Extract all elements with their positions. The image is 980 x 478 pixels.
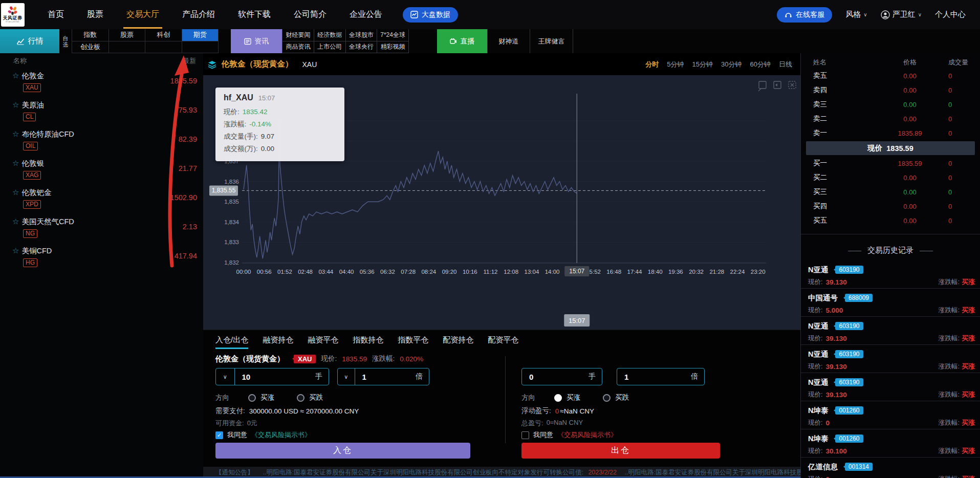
market-tab-股票[interactable]: 股票 (109, 29, 146, 41)
news-tab-上市公司[interactable]: 上市公司 (314, 41, 346, 54)
buy-level-row[interactable]: 买一1835.590 (801, 156, 980, 170)
watchlist-item-XAU[interactable]: ☆伦敦金XAU1835.59 (0, 67, 203, 96)
trade-tab-入仓/出仓[interactable]: 入仓/出仓 (215, 335, 248, 349)
trade-tab-配资平仓[interactable]: 配资平仓 (488, 335, 518, 349)
watchlist-item-CL[interactable]: ☆美原油CL75.93 (0, 96, 203, 125)
qty-dropdown-toggle[interactable]: ∨ (216, 368, 235, 385)
close-leverage-input[interactable] (617, 373, 691, 381)
history-stock-name: N坤泰 (808, 406, 828, 416)
close-risk-link[interactable]: 《交易风险揭示书》 (557, 430, 617, 440)
sell-level-row[interactable]: 卖四0.000 (801, 83, 980, 97)
star-icon[interactable]: ☆ (12, 129, 19, 138)
watchlist-item-NG[interactable]: ☆美国天然气CFDNG2.13 (0, 212, 203, 242)
nav-item-1[interactable]: 股票 (86, 1, 104, 29)
news-tab-经济数据[interactable]: 经济数据 (314, 29, 346, 41)
sell-level-row[interactable]: 卖三0.000 (801, 97, 980, 112)
timeframe-5分钟[interactable]: 5分钟 (667, 60, 684, 69)
trade-tab-配资持仓[interactable]: 配资持仓 (443, 335, 473, 349)
buy-level-row[interactable]: 买二0.000 (801, 170, 980, 185)
close-position-button[interactable]: 出仓 (521, 443, 720, 459)
leverage-dropdown-toggle[interactable]: ∨ (338, 368, 355, 385)
sell-level-row[interactable]: 卖一1835.890 (801, 126, 980, 140)
history-item[interactable]: N亚通603190现价:39.130涨跌幅:买涨 (801, 345, 980, 373)
news-tab-财经要闻[interactable]: 财经要闻 (282, 29, 314, 41)
big-data-button[interactable]: 大盘数据 (403, 7, 458, 23)
open-buy-up-radio[interactable] (248, 394, 256, 402)
buy-level-row[interactable]: 买五0.000 (801, 213, 980, 228)
timeframe-日线[interactable]: 日线 (779, 60, 792, 69)
market-tab-创业板[interactable]: 创业板 (72, 41, 109, 54)
open-agree-checkbox[interactable]: ✓ (215, 431, 223, 439)
watchlist-item-HG[interactable]: ☆美铜CFDHG417.94 (0, 242, 203, 271)
nav-item-4[interactable]: 软件下载 (237, 1, 272, 29)
level-price: 0.00 (872, 217, 948, 225)
timeframe-分时[interactable]: 分时 (645, 60, 659, 69)
sell-level-row[interactable]: 卖二0.000 (801, 112, 980, 126)
star-icon[interactable]: ☆ (12, 217, 19, 226)
open-buy-down-radio[interactable] (297, 394, 304, 402)
history-item[interactable]: N亚通603190现价:39.130涨跌幅:买涨 (801, 317, 980, 345)
brand-logo[interactable]: 天风证券 TF SECURITIES (0, 0, 25, 29)
online-service-button[interactable]: 在线客服 (777, 7, 832, 23)
nav-item-0[interactable]: 首页 (47, 1, 65, 29)
open-position-button[interactable]: 入仓 (215, 443, 470, 459)
nav-item-3[interactable]: 产品介绍 (181, 1, 216, 29)
watchlist-item-OIL[interactable]: ☆布伦特原油CFDOIL82.39 (0, 125, 203, 154)
star-icon[interactable]: ☆ (12, 159, 19, 167)
trade-tab-指数持仓[interactable]: 指数持仓 (353, 335, 383, 349)
watchlist-tab[interactable]: 自选 (59, 29, 72, 53)
style-dropdown[interactable]: 风格∨ (845, 10, 867, 19)
history-item[interactable]: N坤泰001260现价:0涨跌幅:买涨 (801, 401, 980, 429)
zoom-select-icon[interactable] (758, 81, 766, 91)
news-button[interactable]: 资讯 (231, 29, 282, 53)
trade-tab-指数平仓[interactable]: 指数平仓 (398, 335, 428, 349)
close-agree-checkbox[interactable] (521, 431, 529, 439)
news-tab-商品资讯[interactable]: 商品资讯 (282, 41, 314, 54)
market-tab-期货[interactable]: 期货 (182, 29, 219, 41)
sell-level-row[interactable]: 卖五0.000 (801, 69, 980, 83)
trade-tab-融资持仓[interactable]: 融资持仓 (263, 335, 293, 349)
reset-zoom-icon[interactable] (789, 81, 796, 89)
nav-item-2[interactable]: 交易大厅 (125, 1, 160, 29)
trade-tab-融资平仓[interactable]: 融资平仓 (308, 335, 338, 349)
star-icon[interactable]: ☆ (12, 188, 19, 197)
close-buy-down-radio[interactable] (603, 394, 611, 402)
restore-view-icon[interactable] (774, 81, 781, 89)
extra-tab-王牌健言[interactable]: 王牌健言 (530, 29, 573, 53)
quotes-button[interactable]: 行情 (0, 29, 59, 53)
history-item[interactable]: 中国通号688009现价:5.000涨跌幅:买涨 (801, 289, 980, 317)
open-leverage-input[interactable] (355, 373, 416, 381)
star-icon[interactable]: ☆ (12, 100, 19, 109)
open-qty-input[interactable] (235, 373, 315, 381)
live-button[interactable]: 直播 (437, 29, 487, 53)
nav-item-6[interactable]: 企业公告 (349, 1, 383, 29)
chart-area[interactable]: 1,8391,8381,8371,8361,8351,8341,8331,832… (203, 75, 800, 330)
timeframe-30分钟[interactable]: 30分钟 (721, 60, 742, 69)
buy-level-row[interactable]: 买三0.000 (801, 185, 980, 199)
news-tab-7*24全球[interactable]: 7*24全球 (377, 29, 409, 41)
news-tab-全球央行[interactable]: 全球央行 (346, 41, 378, 54)
market-tab-指数[interactable]: 指数 (72, 29, 109, 41)
star-icon[interactable]: ☆ (12, 71, 19, 80)
history-item[interactable]: N亚通603190现价:39.130涨跌幅:买涨 (801, 260, 980, 289)
timeframe-60分钟[interactable]: 60分钟 (750, 60, 771, 69)
news-tab-全球股市[interactable]: 全球股市 (346, 29, 378, 41)
buy-level-row[interactable]: 买四0.000 (801, 199, 980, 213)
user-menu[interactable]: 严卫红∨ (881, 10, 922, 19)
watchlist-item-XPD[interactable]: ☆伦敦钯金XPD1502.90 (0, 183, 203, 212)
close-qty-input[interactable] (522, 373, 589, 381)
watchlist-item-XAG[interactable]: ☆伦敦银XAG21.77 (0, 154, 203, 183)
tooltip-label: 涨跌幅: (224, 118, 246, 131)
star-icon[interactable]: ☆ (12, 246, 19, 255)
history-item[interactable]: N亚通603190现价:39.130涨跌幅:买涨 (801, 373, 980, 401)
personal-center-link[interactable]: 个人中心 (935, 10, 966, 19)
market-tab-科创[interactable]: 科创 (145, 29, 182, 41)
history-item[interactable]: N坤泰001260现价:30.100涨跌幅:买涨 (801, 429, 980, 458)
timeframe-15分钟[interactable]: 15分钟 (692, 60, 713, 69)
close-buy-up-radio[interactable] (554, 394, 562, 402)
history-item[interactable]: 亿道信息001314现价:0涨跌幅:买涨 (801, 458, 980, 478)
open-risk-link[interactable]: 《交易风险揭示书》 (251, 430, 311, 440)
news-tab-精彩视频[interactable]: 精彩视频 (377, 41, 409, 54)
nav-item-5[interactable]: 公司简介 (293, 1, 328, 29)
extra-tab-财神道[interactable]: 财神道 (487, 29, 530, 53)
